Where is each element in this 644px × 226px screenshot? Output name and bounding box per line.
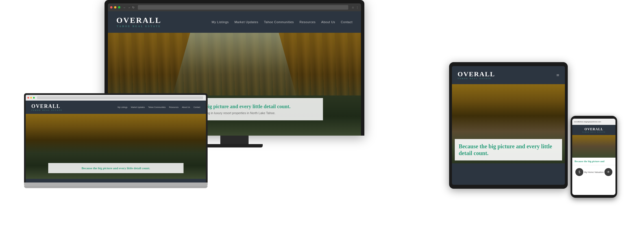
tablet-hero: Because the big picture and every little… xyxy=(452,84,565,163)
scene: ← → ↻ ☆ ⋮ OVERALL TAHOE REAL ESTATE My L… xyxy=(0,0,644,226)
laptop-maximize-btn[interactable] xyxy=(33,97,35,99)
tablet-logo-sub: TAHOE REAL ESTATE xyxy=(458,77,495,80)
phone-url: overalltahoe.stagingexperience.com xyxy=(574,121,601,123)
tablet-header: OVERALL TAHOE REAL ESTATE ≡ xyxy=(452,66,565,84)
laptop-header: OVERALL TAHOE REAL ESTATE My Listings Ma… xyxy=(26,101,206,114)
phone-header: OVERALL TAHOE REAL ESTATE xyxy=(572,125,615,135)
laptop-hero-headline: Because the big picture and every little… xyxy=(55,166,177,170)
laptop-device: OVERALL TAHOE REAL ESTATE My Listings Ma… xyxy=(24,93,208,188)
phone-browser-bar: overalltahoe.stagingexperience.com xyxy=(572,119,615,125)
laptop-nav-about-us[interactable]: About Us xyxy=(182,106,190,108)
browser-maximize-btn[interactable] xyxy=(118,6,120,8)
phone-valuation: $ My Home Valuation 👁 xyxy=(572,165,615,179)
phone-hero xyxy=(572,135,615,158)
nav-about-us[interactable]: About Us xyxy=(321,20,335,24)
refresh-icon[interactable]: ↻ xyxy=(132,6,134,9)
laptop-nav-tahoe-communities[interactable]: Tahoe Communities xyxy=(148,106,166,108)
tablet-screen: OVERALL TAHOE REAL ESTATE ≡ Because the … xyxy=(452,66,565,185)
menu-icon[interactable]: ⋮ xyxy=(356,6,359,9)
forward-icon[interactable]: → xyxy=(128,6,130,9)
valuation-dollar-icon[interactable]: $ xyxy=(575,168,583,176)
laptop-frame: OVERALL TAHOE REAL ESTATE My Listings Ma… xyxy=(24,93,208,182)
laptop-nav-my-listings[interactable]: My Listings xyxy=(118,106,127,108)
website-nav: My Listings Market Updates Tahoe Communi… xyxy=(212,20,353,24)
laptop-logo-sub: TAHOE REAL ESTATE xyxy=(31,109,62,111)
nav-tahoe-communities[interactable]: Tahoe Communities xyxy=(264,20,294,24)
monitor-stand xyxy=(220,136,249,144)
browser-minimize-btn[interactable] xyxy=(114,6,116,8)
browser-close-btn[interactable] xyxy=(110,6,112,8)
website-header: OVERALL TAHOE REAL ESTATE My Listings Ma… xyxy=(108,11,361,33)
monitor-base xyxy=(206,144,263,147)
laptop-hero-overlay: Because the big picture and every little… xyxy=(48,163,184,173)
laptop-nav-contact[interactable]: Contact xyxy=(193,106,200,108)
laptop-browser-bar xyxy=(26,95,206,101)
nav-contact[interactable]: Contact xyxy=(341,20,353,24)
laptop-base xyxy=(24,186,208,188)
phone-logo-sub: TAHOE REAL ESTATE xyxy=(575,131,613,133)
address-bar[interactable] xyxy=(138,5,348,10)
nav-my-listings[interactable]: My Listings xyxy=(212,20,229,24)
valuation-eye-icon[interactable]: 👁 xyxy=(604,168,612,176)
phone-logo-text: OVERALL xyxy=(575,127,613,131)
nav-market-updates[interactable]: Market Updates xyxy=(234,20,258,24)
tablet-hamburger-icon[interactable]: ≡ xyxy=(556,72,559,78)
tablet-hero-headline: Because the big picture and every little… xyxy=(459,143,558,157)
phone-device: overalltahoe.stagingexperience.com OVERA… xyxy=(571,116,617,198)
laptop-logo-text: OVERALL xyxy=(31,103,62,109)
tablet-device: OVERALL TAHOE REAL ESTATE ≡ Because the … xyxy=(449,62,568,189)
tablet-frame: OVERALL TAHOE REAL ESTATE ≡ Because the … xyxy=(449,62,568,189)
logo-text: OVERALL xyxy=(116,16,161,24)
logo-sub: TAHOE REAL ESTATE xyxy=(116,25,161,28)
laptop-screen: OVERALL TAHOE REAL ESTATE My Listings Ma… xyxy=(26,101,206,182)
laptop-nav-market-updates[interactable]: Market Updates xyxy=(131,106,145,108)
phone-hero-overlay: Because the big picture and xyxy=(572,158,615,165)
monitor-browser-bar: ← → ↻ ☆ ⋮ xyxy=(108,3,361,11)
nav-resources[interactable]: Resources xyxy=(299,20,316,24)
laptop-hero: Because the big picture and every little… xyxy=(26,114,206,179)
laptop-nav-resources[interactable]: Resources xyxy=(169,106,179,108)
website-logo[interactable]: OVERALL TAHOE REAL ESTATE xyxy=(116,16,161,28)
tablet-logo-text: OVERALL xyxy=(458,71,495,77)
laptop-minimize-btn[interactable] xyxy=(30,97,32,99)
back-icon[interactable]: ← xyxy=(123,6,126,9)
phone-hero-headline: Because the big picture and xyxy=(575,160,613,163)
tablet-logo[interactable]: OVERALL TAHOE REAL ESTATE xyxy=(458,71,495,80)
phone-screen: overalltahoe.stagingexperience.com OVERA… xyxy=(572,119,615,195)
valuation-label[interactable]: My Home Valuation xyxy=(584,171,604,173)
laptop-address-bar[interactable] xyxy=(37,96,203,99)
laptop-close-btn[interactable] xyxy=(27,97,29,99)
laptop-logo[interactable]: OVERALL TAHOE REAL ESTATE xyxy=(31,103,62,111)
laptop-bottom xyxy=(24,182,208,186)
tablet-hero-overlay: Because the big picture and every little… xyxy=(455,139,562,160)
star-icon[interactable]: ☆ xyxy=(352,6,354,9)
laptop-nav: My Listings Market Updates Tahoe Communi… xyxy=(118,106,200,108)
phone-frame: overalltahoe.stagingexperience.com OVERA… xyxy=(571,116,617,198)
